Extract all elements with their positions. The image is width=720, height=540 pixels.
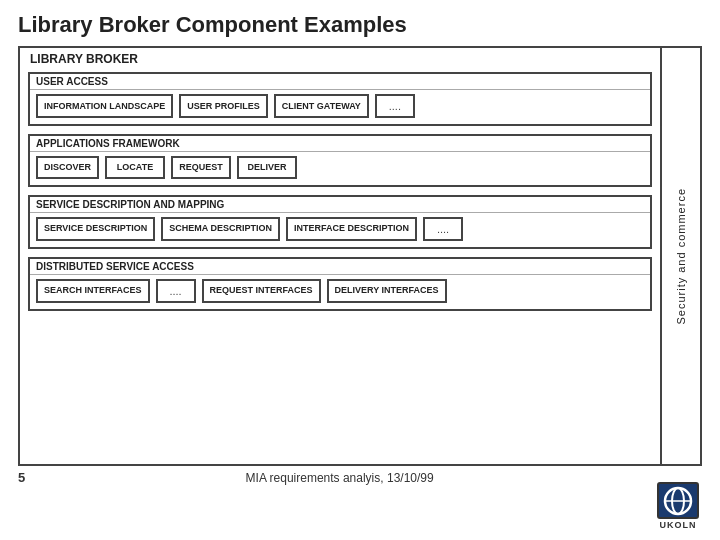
cell-client-gateway: CLIENT GATEWAY: [274, 94, 369, 118]
security-sidebar: Security and commerce: [662, 48, 700, 464]
left-section: LIBRARY BROKER USER ACCESS INFORMATION L…: [20, 48, 662, 464]
ukoln-text: UKOLN: [660, 520, 697, 530]
service-desc-block: SERVICE DESCRIPTION AND MAPPING SERVICE …: [28, 195, 652, 249]
service-desc-label: SERVICE DESCRIPTION AND MAPPING: [30, 197, 650, 213]
distributed-cells: SEARCH INTERFACES .... REQUEST INTERFACE…: [30, 275, 650, 309]
cell-deliver: DELIVER: [237, 156, 297, 179]
cell-schema-description: SCHEMA DESCRIPTION: [161, 217, 280, 241]
page-title: Library Broker Component Examples: [0, 0, 720, 46]
user-access-cells: INFORMATION LANDSCAPE USER PROFILES CLIE…: [30, 90, 650, 124]
library-broker-label: LIBRARY BROKER: [20, 48, 660, 68]
cell-user-profiles: USER PROFILES: [179, 94, 268, 118]
logo-box: [657, 482, 699, 519]
ukoln-logo: UKOLN: [654, 482, 702, 530]
service-desc-cells: SERVICE DESCRIPTION SCHEMA DESCRIPTION I…: [30, 213, 650, 247]
cell-request: REQUEST: [171, 156, 231, 179]
cell-request-interfaces: REQUEST INTERFACES: [202, 279, 321, 303]
cell-discover: DISCOVER: [36, 156, 99, 179]
cell-dist-dots: ....: [156, 279, 196, 303]
cell-service-dots: ....: [423, 217, 463, 241]
main-diagram: LIBRARY BROKER USER ACCESS INFORMATION L…: [18, 46, 702, 466]
cell-information-landscape: INFORMATION LANDSCAPE: [36, 94, 173, 118]
apps-framework-cells: DISCOVER LOCATE REQUEST DELIVER: [30, 152, 650, 185]
cell-locate: LOCATE: [105, 156, 165, 179]
footer: 5 MIA requirements analyis, 13/10/99: [0, 466, 720, 485]
footer-text: MIA requirements analyis, 13/10/99: [246, 471, 434, 485]
user-access-block: USER ACCESS INFORMATION LANDSCAPE USER P…: [28, 72, 652, 126]
cell-interface-description: INTERFACE DESCRIPTION: [286, 217, 417, 241]
distributed-label: DISTRIBUTED SERVICE ACCESS: [30, 259, 650, 275]
page-number: 5: [18, 470, 25, 485]
user-access-label: USER ACCESS: [30, 74, 650, 90]
cell-service-description: SERVICE DESCRIPTION: [36, 217, 155, 241]
cell-delivery-interfaces: DELIVERY INTERFACES: [327, 279, 447, 303]
apps-framework-label: APPLICATIONS FRAMEWORK: [30, 136, 650, 152]
cell-search-interfaces: SEARCH INTERFACES: [36, 279, 150, 303]
cell-user-access-dots: ....: [375, 94, 415, 118]
distributed-block: DISTRIBUTED SERVICE ACCESS SEARCH INTERF…: [28, 257, 652, 311]
apps-framework-block: APPLICATIONS FRAMEWORK DISCOVER LOCATE R…: [28, 134, 652, 187]
security-commerce-label: Security and commerce: [675, 188, 687, 325]
